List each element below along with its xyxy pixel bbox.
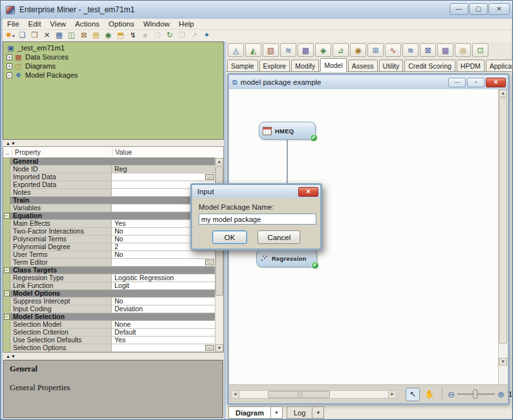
table-row[interactable]: − Variables ... (3, 204, 215, 212)
zoom-in-button[interactable]: ⊕ (497, 390, 505, 399)
minimize-button[interactable]: — (450, 3, 468, 15)
delete-button[interactable]: ✕▾ (41, 30, 52, 41)
expand-icon[interactable]: + (6, 63, 12, 69)
scroll-up-icon[interactable]: ▲ (499, 89, 507, 97)
gradient-boosting-node-icon[interactable]: ◈ (315, 43, 331, 57)
canvas-horizontal-scrollbar[interactable]: ◄ ► (231, 390, 397, 399)
open-folder-button[interactable]: ⬒▾ (115, 30, 126, 41)
diagram-close-button[interactable]: ✕ (486, 78, 506, 87)
project-tree[interactable]: ▣ _test_em71m1 + ▦ Data Sources + ◫ Diag… (3, 41, 224, 140)
cancel-button[interactable]: Cancel (257, 230, 300, 244)
package-name-input[interactable] (199, 214, 316, 225)
dmneural-node-icon[interactable]: ≋ (280, 43, 296, 57)
tab-dropdown-icon[interactable]: ▼ (271, 406, 283, 419)
table-row[interactable]: − Link Function Logit ... (3, 282, 215, 290)
property-value[interactable]: Reg ... (112, 166, 215, 173)
property-value[interactable]: ... (112, 344, 215, 351)
property-value[interactable]: No ... (112, 298, 215, 305)
stop-button[interactable]: ■▾ (140, 30, 151, 41)
property-value[interactable]: Logistic Regression ... (112, 274, 215, 282)
properties-help-splitter[interactable]: ▲ ▼ (3, 353, 224, 359)
create-diagram-button[interactable]: ◫▾ (66, 30, 77, 41)
explore-button[interactable]: ◉▾ (103, 30, 114, 41)
table-row[interactable]: − Input Coding Deviation ... (3, 305, 215, 313)
table-row[interactable]: − Notes ... (3, 189, 215, 197)
table-row[interactable]: − Class Targets ... (3, 267, 215, 274)
dmine-regression-node-icon[interactable]: ▨ (263, 43, 279, 57)
zoom-slider[interactable] (457, 389, 495, 399)
property-value[interactable]: No ... (112, 251, 215, 258)
table-row[interactable]: − General ... (3, 158, 215, 166)
expand-icon[interactable]: − (6, 72, 12, 78)
autoneural-node-icon[interactable]: ◬ (228, 43, 244, 57)
tool-tab[interactable]: Explore (259, 60, 290, 71)
scroll-down-icon[interactable]: ▼ (215, 344, 223, 352)
create-node-button[interactable]: ✹▾ (5, 30, 16, 41)
run-button[interactable]: ↯▾ (127, 30, 138, 41)
table-row[interactable]: − Model Options ... (3, 290, 215, 298)
model-import-node-icon[interactable]: ⊞ (367, 43, 384, 57)
scrollbar-thumb[interactable] (499, 98, 507, 344)
ellipsis-button[interactable]: ... (205, 174, 214, 180)
schedule-button[interactable]: ❍▾ (152, 30, 163, 41)
property-value[interactable]: Logit ... (112, 282, 215, 289)
scroll-up-icon[interactable]: ▲ (215, 158, 223, 166)
copy-button[interactable]: ❏▾ (17, 30, 28, 41)
splitter-up-icon[interactable]: ▲ (6, 141, 10, 146)
tree-item[interactable]: + ▦ Data Sources (5, 52, 223, 61)
export-button[interactable]: ↗▾ (189, 30, 200, 41)
svm-node-icon[interactable]: ⊡ (472, 43, 488, 57)
mbr-node-icon[interactable]: ◉ (350, 43, 366, 57)
ensemble-node-icon[interactable]: ▩ (298, 43, 314, 57)
table-row[interactable]: − Model Selection ... (3, 313, 215, 321)
create-data-source-button[interactable]: ▦▾ (54, 30, 65, 41)
diagram-restore-button[interactable]: ▫ (467, 78, 485, 87)
menu-item[interactable]: Window (138, 20, 174, 28)
canvas-vertical-scrollbar[interactable]: ▲ ▼ (499, 89, 508, 384)
table-row[interactable]: − Selection Criterion Default ... (3, 329, 215, 337)
ellipsis-button[interactable]: ... (205, 260, 214, 265)
header-property[interactable]: Property (12, 148, 112, 156)
help-book-button[interactable]: ✦▾ (201, 30, 212, 41)
property-value[interactable]: Default ... (112, 329, 215, 336)
diagram-window-titlebar[interactable]: ⧉ model package example — ▫ ✕ (229, 75, 508, 89)
view-tab[interactable]: Log ▼ (287, 406, 324, 419)
view-tab[interactable]: Diagram ▼ (228, 406, 283, 419)
menu-item[interactable]: Actions (71, 20, 104, 28)
table-row[interactable]: − User Terms No ... (3, 251, 215, 259)
window-titlebar[interactable]: Enterprise Miner - _test_em71m1 — ▢ ✕ (1, 1, 513, 19)
splitter-down-icon[interactable]: ▼ (11, 141, 16, 146)
tree-root[interactable]: ▣ _test_em71m1 (5, 43, 223, 52)
tool-tab[interactable]: Credit Scoring (404, 60, 455, 71)
rule-induction-node-icon[interactable]: ▦ (437, 43, 453, 57)
maximize-button[interactable]: ▢ (469, 3, 488, 15)
regression-node[interactable]: Regression ✓ (256, 249, 317, 267)
table-row[interactable]: − Main Effects Yes ... (3, 220, 215, 228)
close-button[interactable]: ✕ (488, 3, 510, 15)
expand-icon[interactable]: + (6, 54, 12, 60)
dialog-close-button[interactable]: ✕ (298, 187, 318, 197)
table-row[interactable]: − Exported Data ... (3, 181, 215, 189)
scroll-down-icon[interactable]: ▼ (499, 358, 507, 366)
table-row[interactable]: − Suppress Intercept No ... (3, 298, 215, 305)
regression-node-icon[interactable]: ⊠ (420, 43, 436, 57)
partial-least-squares-node-icon[interactable]: ≋ (402, 43, 419, 57)
paste-button[interactable]: ❐▾ (29, 30, 40, 41)
lars-node-icon[interactable]: ⊿ (333, 43, 349, 57)
property-value[interactable]: ... (112, 173, 215, 181)
scrollbar-thumb[interactable] (268, 391, 330, 398)
ok-button[interactable]: OK (212, 230, 248, 244)
header-value[interactable]: Value (112, 148, 215, 156)
notes-button[interactable]: ▤▾ (91, 30, 102, 41)
zoom-slider-knob[interactable] (473, 390, 477, 399)
collapse-section-icon[interactable]: − (4, 291, 10, 296)
menu-item[interactable]: Edit (24, 20, 46, 28)
tool-tab[interactable]: Applications (486, 60, 513, 71)
zoom-out-button[interactable]: ⊖ (448, 390, 455, 399)
collapse-section-icon[interactable]: − (4, 213, 10, 219)
menu-item[interactable]: Help (174, 20, 199, 28)
cascade-windows-button[interactable]: ❐▾ (177, 30, 188, 41)
table-row[interactable]: − Two-Factor Interactions No ... (3, 228, 215, 236)
neural-network-node-icon[interactable]: ∿ (385, 43, 401, 57)
table-row[interactable]: − Node ID Reg ... (3, 166, 215, 173)
